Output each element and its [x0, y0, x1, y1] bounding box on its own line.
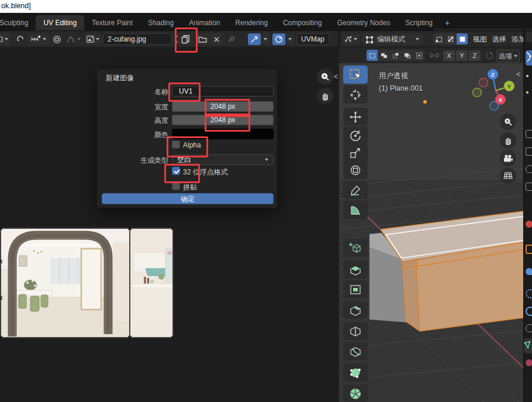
select-subtract-button[interactable]: [390, 50, 401, 61]
options-dropdown[interactable]: 选项: [496, 50, 520, 63]
menu-select[interactable]: 选择: [490, 33, 509, 45]
viewport-ortho-button[interactable]: [500, 167, 516, 184]
tab-geometry-nodes[interactable]: Geometry Nodes: [330, 15, 398, 30]
mirror-z-button[interactable]: Z: [469, 50, 481, 61]
tab-material[interactable]: [526, 359, 532, 366]
tab-view-layer[interactable]: [526, 165, 532, 173]
tab-rendering[interactable]: Rendering: [228, 15, 275, 30]
tool-knife[interactable]: [343, 342, 368, 360]
tab-uv-editing[interactable]: UV Editing: [36, 15, 84, 30]
tool-measure[interactable]: [343, 201, 368, 219]
uv-snap-target-button[interactable]: [28, 33, 49, 45]
tab-compositing[interactable]: Compositing: [275, 15, 330, 30]
browse-image-button[interactable]: [85, 33, 101, 45]
generated-type-dropdown[interactable]: 空白: [172, 154, 274, 165]
gizmo-neg-y[interactable]: [479, 78, 488, 87]
image-name-field[interactable]: 2-cufang.jpg: [103, 33, 172, 45]
height-slider[interactable]: 2048 px: [172, 115, 274, 125]
tab-output[interactable]: [526, 147, 532, 156]
width-slider[interactable]: 2048 px: [172, 101, 274, 112]
proportional-edit-button[interactable]: [483, 50, 496, 61]
tab-physics[interactable]: [526, 307, 532, 316]
tool-bevel[interactable]: [343, 301, 368, 319]
tab-object-data[interactable]: [524, 338, 532, 353]
viewport-pan-button[interactable]: [500, 132, 516, 149]
pin-image-button[interactable]: [224, 33, 237, 45]
select-intersect-button[interactable]: [413, 50, 424, 61]
tab-scene[interactable]: [526, 183, 532, 191]
uvmap-field[interactable]: UVMap: [296, 33, 329, 45]
vertex-select-button[interactable]: [433, 33, 444, 44]
ok-button[interactable]: 确定: [102, 193, 274, 204]
unlink-image-button[interactable]: [210, 33, 222, 45]
uv-pan-button[interactable]: [317, 88, 333, 104]
tiled-checkbox[interactable]: [172, 182, 180, 190]
chevron-down-icon: [288, 38, 292, 40]
color-label: 颜色: [99, 130, 168, 140]
gizmo-neg-x[interactable]: [473, 88, 482, 97]
color-swatch[interactable]: [172, 129, 274, 139]
tab-render[interactable]: [526, 130, 532, 138]
tool-spin[interactable]: [343, 384, 368, 402]
select-new-button[interactable]: [367, 50, 378, 61]
uv-zoom-button[interactable]: [317, 68, 333, 85]
tool-cursor[interactable]: [343, 85, 368, 104]
tool-transform[interactable]: [343, 161, 368, 179]
vertex-select-icon: [436, 36, 443, 43]
uv-overlay-options-button[interactable]: [286, 33, 294, 45]
viewport-editor-type-button[interactable]: [342, 33, 360, 45]
alpha-label: Alpha: [183, 141, 201, 149]
tab-modifiers[interactable]: [526, 268, 532, 275]
tab-animation[interactable]: Animation: [181, 15, 227, 30]
edge-select-button[interactable]: [445, 33, 456, 44]
tool-rotate[interactable]: [343, 126, 368, 145]
properties-editor-type-button[interactable]: [526, 32, 532, 42]
tab-texture-paint[interactable]: Texture Paint: [84, 15, 140, 30]
tool-extrude[interactable]: [343, 260, 368, 279]
uv-overlay-sphere-button[interactable]: [272, 33, 285, 45]
menu-view[interactable]: 视图: [471, 33, 489, 45]
viewport-camera-button[interactable]: [500, 150, 516, 166]
select-box-icon: [349, 68, 362, 81]
tool-scale[interactable]: [343, 143, 368, 162]
mirror-button[interactable]: [428, 50, 441, 61]
tab-object[interactable]: [526, 245, 532, 254]
tab-tool[interactable]: [526, 50, 532, 66]
viewport-zoom-button[interactable]: [500, 114, 516, 130]
select-extend-button[interactable]: [378, 50, 389, 61]
mirror-x-button[interactable]: X: [443, 50, 455, 61]
tool-inset[interactable]: [343, 280, 368, 298]
uv-editor-type-button[interactable]: [0, 33, 11, 45]
tab-constraints[interactable]: [526, 324, 532, 332]
tool-loop-cut[interactable]: [343, 322, 368, 340]
viewport-3d-canvas[interactable]: 用户透视 (1) Plane.001 < Z Y X: [339, 63, 523, 402]
select-invert-button[interactable]: [402, 50, 413, 61]
uv-snap-magnet-button[interactable]: [14, 33, 27, 45]
alpha-checkbox[interactable]: [172, 140, 180, 149]
new-image-button[interactable]: [178, 33, 193, 45]
tab-particles[interactable]: [526, 289, 532, 298]
uv-proportional-edit-button[interactable]: [51, 33, 63, 45]
tab-shading[interactable]: Shading: [140, 15, 181, 30]
tab-world[interactable]: [526, 221, 532, 228]
uv-sidebar-collapse-arrow[interactable]: <: [334, 73, 338, 81]
tool-add-cube[interactable]: [343, 239, 368, 257]
face-select-button[interactable]: [457, 33, 468, 44]
tool-poly-build[interactable]: [343, 363, 368, 382]
open-image-button[interactable]: [195, 33, 209, 45]
uv-falloff-button[interactable]: [64, 33, 82, 45]
uv-snap-options-button[interactable]: [261, 33, 270, 45]
orientation-gizmo[interactable]: Z Y X: [469, 67, 523, 114]
mirror-y-button[interactable]: Y: [456, 50, 468, 61]
name-field[interactable]: UV1: [172, 86, 274, 97]
uv-reference-image[interactable]: [0, 228, 174, 338]
tool-move[interactable]: [343, 108, 368, 126]
tool-annotate[interactable]: [343, 181, 368, 199]
uv-snap-toggle-button[interactable]: [248, 33, 261, 45]
tab-sculpting[interactable]: Sculpting: [0, 15, 36, 30]
tool-select-box[interactable]: [343, 66, 368, 84]
mode-dropdown[interactable]: 编辑模式: [362, 33, 423, 45]
uv-editor-canvas[interactable]: <: [0, 47, 339, 402]
float32-checkbox[interactable]: [172, 167, 180, 175]
workspace-tabs: Sculpting UV Editing Texture Paint Shadi…: [0, 15, 454, 30]
